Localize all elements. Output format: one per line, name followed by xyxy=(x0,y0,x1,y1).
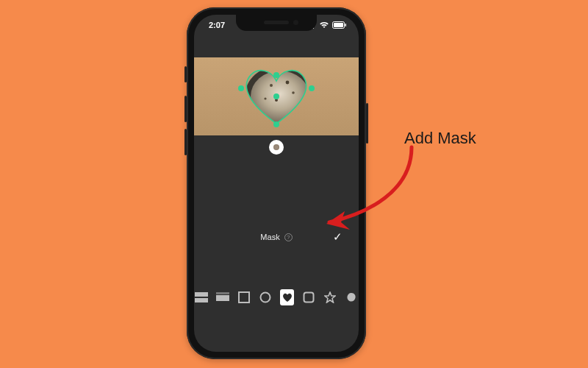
shape-option-rectangle[interactable] xyxy=(237,289,251,305)
svg-point-14 xyxy=(264,97,266,99)
svg-rect-21 xyxy=(304,293,313,302)
svg-point-9 xyxy=(251,71,309,122)
volume-up-button xyxy=(184,96,187,122)
volume-down-button xyxy=(184,129,187,155)
svg-rect-6 xyxy=(345,24,347,26)
panel-title: Mask xyxy=(260,233,279,241)
phone-screen: 2:07 xyxy=(194,15,359,352)
shape-option-star[interactable] xyxy=(323,289,337,305)
phone-frame: 2:07 xyxy=(187,7,366,359)
notch xyxy=(236,15,317,31)
timeline-playhead[interactable] xyxy=(269,140,284,155)
shape-option-heart[interactable] xyxy=(280,289,294,305)
svg-rect-18 xyxy=(216,292,229,294)
mask-shape-strip xyxy=(194,286,359,309)
power-button xyxy=(366,103,368,144)
heart-mask-shape[interactable] xyxy=(236,63,317,130)
svg-point-12 xyxy=(292,91,295,94)
mask-handle-top[interactable] xyxy=(273,72,279,78)
shape-option-mirror[interactable] xyxy=(215,289,229,305)
svg-rect-16 xyxy=(195,298,208,302)
shape-option-circle[interactable] xyxy=(259,289,273,305)
confirm-button[interactable]: ✓ xyxy=(333,230,343,244)
shape-option-split-horizontal[interactable] xyxy=(194,289,208,305)
shape-option-rounded-square[interactable] xyxy=(301,289,315,305)
svg-rect-15 xyxy=(195,292,208,297)
status-time: 2:07 xyxy=(206,21,225,29)
svg-rect-19 xyxy=(239,292,249,302)
help-icon[interactable]: ? xyxy=(284,233,293,241)
edit-canvas[interactable] xyxy=(194,57,359,135)
mute-switch xyxy=(184,66,187,82)
annotation-label: Add Mask xyxy=(404,129,476,148)
svg-point-20 xyxy=(261,293,270,302)
mask-handle-right[interactable] xyxy=(309,85,315,91)
mask-handle-bottom[interactable] xyxy=(273,121,279,127)
svg-point-10 xyxy=(270,84,273,87)
mask-handle-center[interactable] xyxy=(273,93,279,99)
svg-rect-5 xyxy=(334,23,343,27)
shape-option-blob[interactable] xyxy=(345,289,359,305)
battery-icon xyxy=(332,21,347,29)
mask-handle-left[interactable] xyxy=(238,85,244,91)
wifi-icon xyxy=(319,21,329,29)
svg-point-11 xyxy=(286,81,290,85)
svg-rect-17 xyxy=(216,295,229,301)
